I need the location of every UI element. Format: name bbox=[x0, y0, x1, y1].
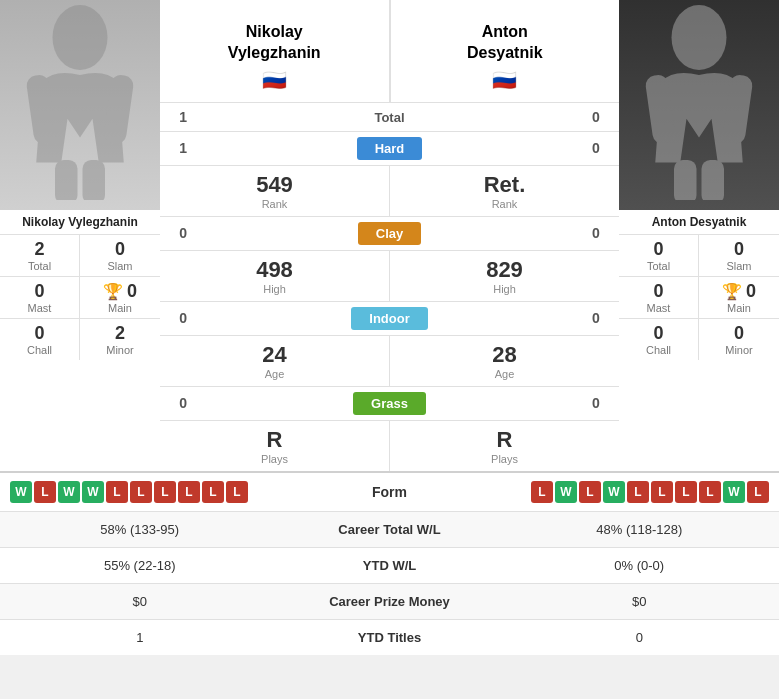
hard-score-right: 0 bbox=[584, 140, 619, 156]
left-player-flag: 🇷🇺 bbox=[262, 68, 287, 92]
left-age-num: 24 bbox=[262, 342, 286, 368]
right-trophy-icon: 🏆 bbox=[722, 282, 742, 301]
career-wl-left: 58% (133-95) bbox=[0, 522, 280, 537]
ytd-wl-left: 55% (22-18) bbox=[0, 558, 280, 573]
left-rank-num: 549 bbox=[256, 172, 293, 198]
right-minor-value: 0 bbox=[701, 323, 777, 344]
right-high-label: High bbox=[493, 283, 516, 295]
total-score-left: 1 bbox=[160, 109, 195, 125]
left-main-value: 0 bbox=[127, 281, 137, 302]
clay-badge: Clay bbox=[358, 222, 421, 245]
left-form-badge-l: L bbox=[154, 481, 176, 503]
career-wl-right: 48% (118-128) bbox=[500, 522, 780, 537]
right-chall-cell: 0 Chall bbox=[619, 318, 699, 360]
right-form-badges: LWLWLLLLWL bbox=[531, 481, 769, 503]
right-form-badge-w: W bbox=[555, 481, 577, 503]
left-main-cell: 🏆 0 Main bbox=[80, 276, 160, 318]
right-mast-cell: 0 Mast bbox=[619, 276, 699, 318]
right-rank-label: Rank bbox=[492, 198, 518, 210]
left-form-badge-w: W bbox=[58, 481, 80, 503]
right-total-cell: 0 Total bbox=[619, 234, 699, 276]
left-minor-value: 2 bbox=[82, 323, 158, 344]
left-plays-stat: R Plays bbox=[160, 421, 389, 471]
left-form-badge-l: L bbox=[34, 481, 56, 503]
svg-rect-4 bbox=[83, 160, 106, 200]
hard-score-left: 1 bbox=[160, 140, 195, 156]
ytd-wl-label: YTD W/L bbox=[280, 558, 500, 573]
right-player-photo bbox=[619, 0, 779, 210]
right-player-header: Anton Desyatnik 🇷🇺 bbox=[395, 6, 616, 102]
right-mast-value: 0 bbox=[621, 281, 696, 302]
bottom-stats: 58% (133-95) Career Total W/L 48% (118-1… bbox=[0, 511, 779, 655]
left-form-badge-l: L bbox=[202, 481, 224, 503]
left-mini-stats: 2 Total 0 Slam 0 Mast 🏆 0 Main bbox=[0, 234, 160, 360]
grass-score-left: 0 bbox=[160, 395, 195, 411]
grass-badge: Grass bbox=[353, 392, 426, 415]
center-stats-col: Nikolay Vylegzhanin 🇷🇺 Anton Desyatnik 🇷… bbox=[160, 0, 619, 471]
right-slam-label: Slam bbox=[701, 260, 777, 272]
right-player-col: Anton Desyatnik 0 Total 0 Slam 0 Mast � bbox=[619, 0, 779, 471]
svg-point-5 bbox=[672, 5, 727, 70]
left-form-badge-l: L bbox=[178, 481, 200, 503]
form-label: Form bbox=[350, 484, 430, 500]
right-main-label: Main bbox=[701, 302, 777, 314]
svg-point-0 bbox=[53, 5, 108, 70]
left-form-badge-w: W bbox=[82, 481, 104, 503]
clay-row: 0 Clay 0 bbox=[160, 216, 619, 250]
ytd-wl-right: 0% (0-0) bbox=[500, 558, 780, 573]
right-rank-num: Ret. bbox=[484, 172, 526, 198]
right-total-value: 0 bbox=[621, 239, 696, 260]
left-high-label: High bbox=[263, 283, 286, 295]
grass-row: 0 Grass 0 bbox=[160, 386, 619, 420]
left-mast-label: Mast bbox=[2, 302, 77, 314]
grass-score-right: 0 bbox=[584, 395, 619, 411]
form-section: WLWWLLLLLL Form LWLWLLLLWL bbox=[0, 471, 779, 511]
left-slam-cell: 0 Slam bbox=[80, 234, 160, 276]
prize-right: $0 bbox=[500, 594, 780, 609]
prize-left: $0 bbox=[0, 594, 280, 609]
left-total-cell: 2 Total bbox=[0, 234, 80, 276]
titles-row: 1 YTD Titles 0 bbox=[0, 619, 779, 655]
titles-label: YTD Titles bbox=[280, 630, 500, 645]
left-minor-label: Minor bbox=[82, 344, 158, 356]
career-wl-label: Career Total W/L bbox=[280, 522, 500, 537]
left-form-badge-l: L bbox=[226, 481, 248, 503]
svg-rect-9 bbox=[702, 160, 725, 200]
clay-score-right: 0 bbox=[584, 225, 619, 241]
left-form-badge-w: W bbox=[10, 481, 32, 503]
left-form-badge-l: L bbox=[106, 481, 128, 503]
right-high-stat: 829 High bbox=[389, 251, 619, 301]
left-slam-label: Slam bbox=[82, 260, 158, 272]
right-age-num: 28 bbox=[492, 342, 516, 368]
left-minor-cell: 2 Minor bbox=[80, 318, 160, 360]
left-total-value: 2 bbox=[2, 239, 77, 260]
right-chall-label: Chall bbox=[621, 344, 696, 356]
right-main-cell: 🏆 0 Main bbox=[699, 276, 779, 318]
right-slam-value: 0 bbox=[701, 239, 777, 260]
left-mast-value: 0 bbox=[2, 281, 77, 302]
right-main-value: 0 bbox=[746, 281, 756, 302]
indoor-badge-wrap: Indoor bbox=[195, 307, 584, 330]
left-chall-label: Chall bbox=[2, 344, 77, 356]
right-form-badge-l: L bbox=[651, 481, 673, 503]
right-form-badge-l: L bbox=[747, 481, 769, 503]
right-minor-label: Minor bbox=[701, 344, 777, 356]
left-age-stat: 24 Age bbox=[160, 336, 389, 386]
left-chall-cell: 0 Chall bbox=[0, 318, 80, 360]
left-trophy-icon: 🏆 bbox=[103, 282, 123, 301]
rank-row: 549 Rank Ret. Rank bbox=[160, 165, 619, 216]
hard-row: 1 Hard 0 bbox=[160, 131, 619, 165]
right-plays-label: Plays bbox=[491, 453, 518, 465]
right-form-badge-w: W bbox=[603, 481, 625, 503]
right-plays-num: R bbox=[497, 427, 513, 453]
right-player-name-header: Anton Desyatnik bbox=[467, 22, 543, 64]
left-form-badges: WLWWLLLLLL bbox=[10, 481, 248, 503]
career-wl-row: 58% (133-95) Career Total W/L 48% (118-1… bbox=[0, 511, 779, 547]
plays-row: R Plays R Plays bbox=[160, 420, 619, 471]
left-high-num: 498 bbox=[256, 257, 293, 283]
left-form-badge-l: L bbox=[130, 481, 152, 503]
left-total-label: Total bbox=[2, 260, 77, 272]
left-player-name-tag: Nikolay Vylegzhanin bbox=[0, 210, 160, 234]
left-plays-label: Plays bbox=[261, 453, 288, 465]
indoor-score-right: 0 bbox=[584, 310, 619, 326]
